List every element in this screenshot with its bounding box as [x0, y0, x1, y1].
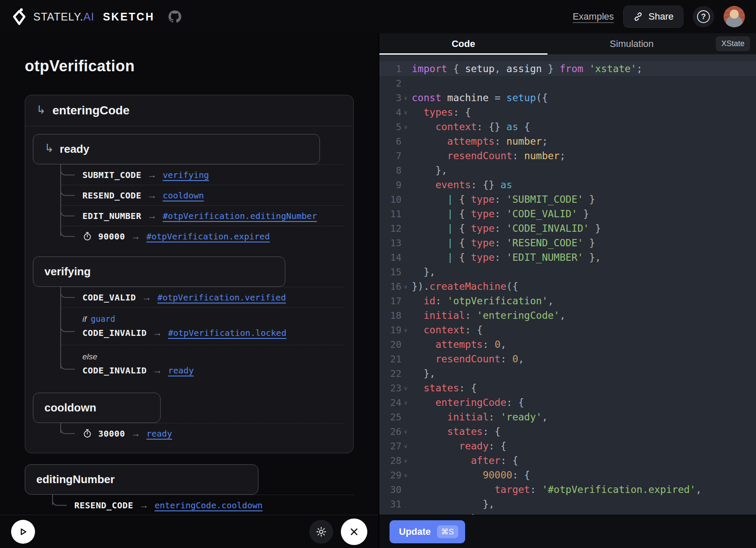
fold-toggle-icon[interactable]: ∨: [401, 385, 412, 391]
transition-row: elseCODE_INVALID→ready: [60, 345, 345, 382]
timer-icon: [82, 231, 92, 241]
code-text: id: 'otpVerification',: [412, 294, 554, 308]
transition-row: RESEND_CODE→enteringCode.cooldown: [52, 495, 354, 515]
code-line: 22 },: [379, 366, 756, 381]
code-line: 2: [379, 76, 756, 90]
line-number: 2: [379, 78, 401, 89]
transition-row: SUBMIT_CODE→verifying: [60, 164, 345, 185]
initial-arrow-icon: ↳: [44, 142, 54, 155]
transition-line: RESEND_CODE→cooldown: [82, 190, 345, 201]
line-number: 7: [379, 151, 401, 161]
code-text: 90000: {: [412, 468, 530, 482]
update-button[interactable]: Update ⌘S: [390, 520, 465, 543]
transition-target-link[interactable]: #otpVerification.editingNumber: [163, 211, 317, 221]
fold-toggle-icon[interactable]: ∨: [401, 428, 412, 435]
code-line: 5∨ context: {} as {: [379, 120, 756, 134]
transition-target-link[interactable]: ready: [147, 428, 172, 439]
state-box-cooldown[interactable]: cooldown: [33, 393, 161, 423]
tab-code[interactable]: Code: [379, 33, 548, 54]
transition-line: RESEND_CODE→enteringCode.cooldown: [74, 500, 354, 511]
fold-toggle-icon[interactable]: ∨: [401, 109, 412, 116]
help-button[interactable]: ?: [693, 6, 714, 27]
code-editor[interactable]: 1import { setup, assign } from 'xstate';…: [379, 55, 756, 515]
code-line: 12 | { type: 'CODE_INVALID' }: [379, 221, 756, 236]
transition-target-link[interactable]: cooldown: [163, 190, 204, 201]
line-number: 25: [379, 412, 401, 423]
code-line: 8 },: [379, 163, 756, 178]
line-number: 19: [379, 325, 401, 335]
state-label: editingNumber: [36, 473, 114, 486]
line-number: 29: [379, 470, 401, 481]
fold-toggle-icon[interactable]: ∨: [401, 472, 412, 478]
transition-row: 30000→ready: [60, 423, 345, 443]
fold-toggle-icon[interactable]: ∨: [401, 399, 412, 406]
fold-toggle-icon[interactable]: ∨: [401, 443, 412, 449]
state-box-ready[interactable]: ↳ready: [33, 134, 320, 164]
brand: STATELY.AI SKETCH: [11, 8, 182, 26]
line-number: 21: [379, 354, 401, 364]
state-group-enteringCode: ↳enteringCode↳readySUBMIT_CODE→verifying…: [25, 95, 354, 453]
transition-event: EDIT_NUMBER: [82, 211, 141, 221]
transition-target-link[interactable]: #otpVerification.verified: [157, 292, 286, 303]
update-label: Update: [399, 526, 431, 537]
transition-event: CODE_VALID: [82, 292, 136, 303]
guard-label: ifguard: [82, 314, 345, 324]
code-line: 17 id: 'otpVerification',: [379, 294, 756, 308]
examples-link[interactable]: Examples: [573, 11, 614, 22]
code-text: const machine = setup({: [412, 90, 548, 105]
fold-toggle-icon[interactable]: ∨: [401, 327, 412, 333]
code-line: 11 | { type: 'CODE_VALID' }: [379, 207, 756, 221]
state-editingNumber: editingNumberRESEND_CODE→enteringCode.co…: [25, 464, 354, 515]
code-line: 29∨ 90000: {: [379, 468, 756, 482]
update-shortcut: ⌘S: [437, 525, 458, 538]
transition-line: EDIT_NUMBER→#otpVerification.editingNumb…: [82, 210, 345, 222]
fold-toggle-icon[interactable]: ∨: [401, 95, 412, 101]
avatar[interactable]: [724, 6, 745, 27]
transition-target-link[interactable]: verifying: [163, 170, 209, 180]
code-text: | { type: 'EDIT_NUMBER' },: [412, 250, 601, 265]
state-box-editingNumber[interactable]: editingNumber: [25, 464, 258, 495]
fold-toggle-icon[interactable]: ∨: [401, 458, 412, 464]
code-text: },: [412, 265, 435, 279]
transition-target-link[interactable]: ready: [168, 365, 194, 376]
xstate-badge: XState: [716, 36, 750, 51]
code-line: 24∨ enteringCode: {: [379, 395, 756, 410]
sketch-canvas[interactable]: otpVerification ↳enteringCode↳readySUBMI…: [0, 33, 379, 548]
arrow-icon: →: [139, 500, 149, 511]
code-line: 6 attempts: number;: [379, 134, 756, 149]
transition-target-link[interactable]: enteringCode.cooldown: [155, 500, 263, 510]
fold-toggle-icon[interactable]: ∨: [401, 124, 412, 130]
transition-target-link[interactable]: #otpVerification.expired: [147, 231, 270, 242]
fold-toggle-icon[interactable]: ∨: [401, 283, 412, 290]
line-number: 20: [379, 339, 401, 350]
close-button[interactable]: [341, 519, 367, 545]
code-text: ready: {: [412, 439, 507, 453]
link-icon: [633, 12, 643, 22]
code-line: 4∨ types: {: [379, 105, 756, 120]
transition-row: RESEND_CODE→cooldown: [60, 185, 345, 205]
github-icon[interactable]: [167, 9, 182, 24]
code-line: 27∨ ready: {: [379, 439, 756, 453]
code-line: 32 },: [379, 511, 756, 515]
share-button[interactable]: Share: [623, 6, 683, 28]
code-text: states: {: [412, 424, 501, 439]
theme-toggle-button[interactable]: [309, 520, 333, 544]
line-number: 23: [379, 383, 401, 394]
tab-simulation[interactable]: Simulation: [548, 33, 716, 54]
line-number: 28: [379, 455, 401, 466]
state-machine-diagram: otpVerification ↳enteringCode↳readySUBMI…: [0, 33, 378, 515]
arrow-icon: →: [131, 231, 141, 242]
line-number: 16: [379, 281, 401, 292]
code-text: | { type: 'CODE_VALID' }: [412, 207, 589, 221]
transition-line: CODE_INVALID→#otpVerification.locked: [82, 327, 345, 338]
state-box-verifying[interactable]: verifying: [33, 257, 285, 287]
code-text: | { type: 'CODE_INVALID' }: [412, 221, 601, 236]
transition-event: 30000: [98, 428, 125, 439]
transition-line: 90000→#otpVerification.expired: [82, 231, 345, 242]
transition-target-link[interactable]: #otpVerification.locked: [168, 328, 287, 338]
transition-event: SUBMIT_CODE: [82, 170, 141, 180]
question-icon: ?: [697, 10, 710, 23]
state-group-header[interactable]: ↳enteringCode: [25, 95, 353, 126]
play-button[interactable]: [11, 520, 35, 544]
code-line: 23∨ states: {: [379, 381, 756, 395]
